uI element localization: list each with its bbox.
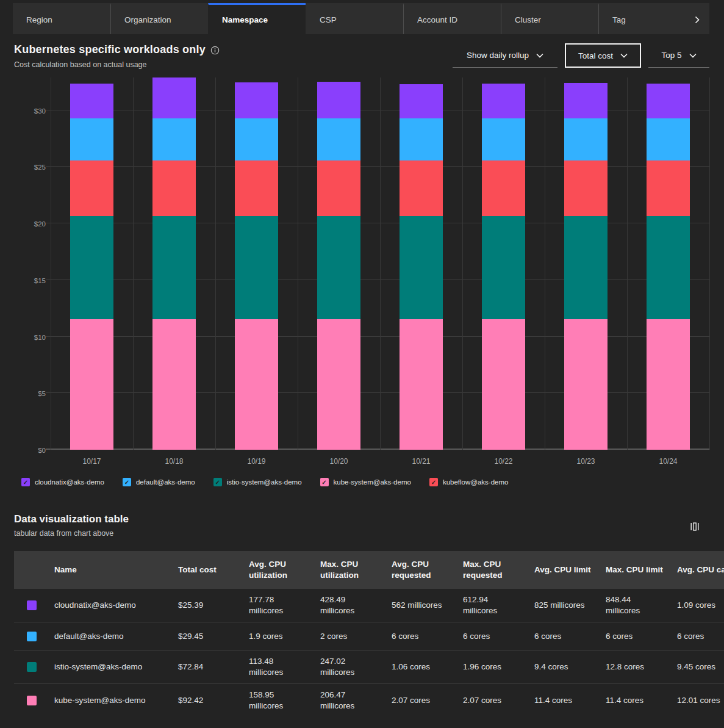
metric-dropdown[interactable]: Total cost [565, 43, 641, 68]
table-cell: 2.07 cores [463, 690, 534, 712]
bar-segment-istio-system-aks-demo[interactable] [400, 216, 443, 319]
tab-tag[interactable]: Tag [598, 3, 709, 34]
tab-cluster[interactable]: Cluster [501, 3, 598, 34]
table-cell: 12.8 cores [606, 656, 677, 678]
bar-segment-cloudnatix-aks-demo[interactable] [152, 77, 196, 118]
table-row-kube-system-aks-demo[interactable]: kube-system@aks-demo$92.42158.95 millico… [14, 683, 724, 717]
table-header-row: NameTotal costAvg. CPU utilizationMax. C… [14, 551, 724, 589]
bar-segment-istio-system-aks-demo[interactable] [647, 216, 690, 319]
legend-item-istio-system-aks-demo[interactable]: ✓istio-system@aks-demo [213, 478, 302, 486]
bar-segment-default-aks-demo[interactable] [317, 118, 360, 160]
chevron-right-icon[interactable] [695, 16, 700, 24]
tab-csp[interactable]: CSP [306, 3, 403, 34]
bar-10-24[interactable] [647, 84, 690, 450]
bar-10-20[interactable] [317, 82, 360, 450]
bar-segment-kube-system-aks-demo[interactable] [152, 319, 196, 450]
bar-segment-default-aks-demo[interactable] [564, 118, 608, 160]
gridline [545, 77, 545, 450]
column-header-max-cpu-limit: Max. CPU limit [606, 559, 677, 581]
gridline [462, 77, 463, 450]
legend-item-kube-system-aks-demo[interactable]: ✓kube-system@aks-demo [320, 478, 411, 486]
table-cell: 206.47 millicores [320, 684, 392, 717]
bar-segment-kube-system-aks-demo[interactable] [235, 319, 278, 450]
tab-organization[interactable]: Organization [110, 3, 208, 34]
bar-segment-cloudnatix-aks-demo[interactable] [400, 84, 443, 119]
bar-segment-cloudnatix-aks-demo[interactable] [564, 83, 608, 118]
chevron-down-icon [620, 53, 628, 58]
bar-segment-default-aks-demo[interactable] [152, 118, 196, 160]
table-cell: 612.94 millicores [463, 589, 534, 622]
bar-10-17[interactable] [70, 84, 113, 450]
bar-segment-istio-system-aks-demo[interactable] [70, 216, 113, 319]
gridline [46, 336, 709, 337]
bar-segment-kubeflow-aks-demo[interactable] [647, 160, 690, 216]
table-cell: 825 millicores [534, 594, 606, 616]
legend-item-default-aks-demo[interactable]: ✓default@aks-demo [123, 478, 195, 486]
bar-segment-default-aks-demo[interactable] [400, 118, 443, 160]
bar-10-19[interactable] [235, 82, 278, 450]
table-cell: $25.39 [178, 594, 249, 616]
legend-checkbox[interactable]: ✓ [123, 478, 131, 486]
bar-segment-cloudnatix-aks-demo[interactable] [235, 82, 278, 118]
legend-checkbox[interactable]: ✓ [21, 478, 30, 486]
bar-segment-default-aks-demo[interactable] [70, 118, 113, 160]
top-n-dropdown[interactable]: Top 5 [648, 43, 709, 68]
table-row-istio-system-aks-demo[interactable]: istio-system@aks-demo$72.84113.48 millic… [14, 650, 724, 683]
bar-segment-kubeflow-aks-demo[interactable] [152, 160, 196, 216]
bar-segment-kubeflow-aks-demo[interactable] [235, 160, 278, 216]
bar-segment-istio-system-aks-demo[interactable] [317, 216, 360, 319]
bar-segment-kubeflow-aks-demo[interactable] [317, 160, 360, 216]
table-header-block: Data visualization table tabular data fr… [14, 513, 700, 538]
data-table: NameTotal costAvg. CPU utilizationMax. C… [14, 551, 724, 717]
metric-label: Total cost [578, 51, 613, 60]
bar-segment-default-aks-demo[interactable] [647, 118, 690, 160]
legend-label: kube-system@aks-demo [334, 478, 411, 486]
legend-label: default@aks-demo [136, 478, 195, 486]
bar-segment-istio-system-aks-demo[interactable] [482, 216, 525, 319]
bar-10-22[interactable] [482, 84, 525, 450]
row-name: default@aks-demo [54, 625, 178, 647]
bar-segment-cloudnatix-aks-demo[interactable] [482, 84, 525, 118]
legend-checkbox[interactable]: ✓ [429, 478, 438, 486]
tab-account-id[interactable]: Account ID [403, 3, 501, 34]
legend-checkbox[interactable]: ✓ [213, 478, 222, 486]
series-color-swatch [27, 600, 37, 610]
table-row-default-aks-demo[interactable]: default@aks-demo$29.451.9 cores2 cores6 … [14, 622, 724, 650]
y-axis-label: $20 [34, 220, 46, 228]
bar-segment-kubeflow-aks-demo[interactable] [482, 160, 525, 216]
column-header-total-cost: Total cost [178, 559, 249, 581]
legend-checkbox[interactable]: ✓ [320, 478, 329, 486]
bar-10-18[interactable] [152, 77, 196, 450]
bar-segment-kube-system-aks-demo[interactable] [317, 319, 360, 450]
y-axis-label: $30 [34, 107, 46, 115]
tab-region[interactable]: Region [13, 3, 110, 34]
bar-segment-cloudnatix-aks-demo[interactable] [317, 82, 360, 118]
bar-segment-kube-system-aks-demo[interactable] [647, 319, 690, 450]
bar-segment-kube-system-aks-demo[interactable] [482, 319, 525, 450]
bar-10-21[interactable] [400, 84, 443, 450]
bar-segment-istio-system-aks-demo[interactable] [235, 216, 278, 319]
bar-segment-kube-system-aks-demo[interactable] [400, 319, 443, 450]
bar-segment-kubeflow-aks-demo[interactable] [400, 160, 443, 216]
column-settings-icon[interactable] [690, 522, 700, 532]
bar-segment-kubeflow-aks-demo[interactable] [70, 160, 113, 216]
bar-segment-istio-system-aks-demo[interactable] [152, 216, 196, 319]
bar-segment-cloudnatix-aks-demo[interactable] [647, 84, 690, 118]
legend-item-cloudnatix-aks-demo[interactable]: ✓cloudnatix@aks-demo [21, 478, 104, 486]
bar-segment-default-aks-demo[interactable] [482, 118, 525, 160]
column-header-avg-cpu-utilization: Avg. CPU utilization [249, 553, 320, 586]
daily-rollup-dropdown[interactable]: Show daily rollup [453, 43, 557, 68]
bar-segment-kube-system-aks-demo[interactable] [564, 319, 608, 450]
y-axis-label: $0 [38, 447, 46, 454]
bar-segment-kube-system-aks-demo[interactable] [70, 319, 113, 450]
bar-segment-default-aks-demo[interactable] [235, 118, 278, 160]
table-row-cloudnatix-aks-demo[interactable]: cloudnatix@aks-demo$25.39177.78 millicor… [14, 589, 724, 622]
bar-segment-kubeflow-aks-demo[interactable] [564, 160, 608, 216]
bar-10-23[interactable] [564, 83, 608, 450]
bar-segment-istio-system-aks-demo[interactable] [564, 216, 608, 319]
y-axis-label: $15 [34, 277, 46, 284]
legend-item-kubeflow-aks-demo[interactable]: ✓kubeflow@aks-demo [429, 478, 509, 486]
bar-segment-cloudnatix-aks-demo[interactable] [70, 84, 113, 118]
tab-namespace[interactable]: Namespace [208, 3, 306, 34]
info-icon[interactable] [210, 46, 220, 55]
